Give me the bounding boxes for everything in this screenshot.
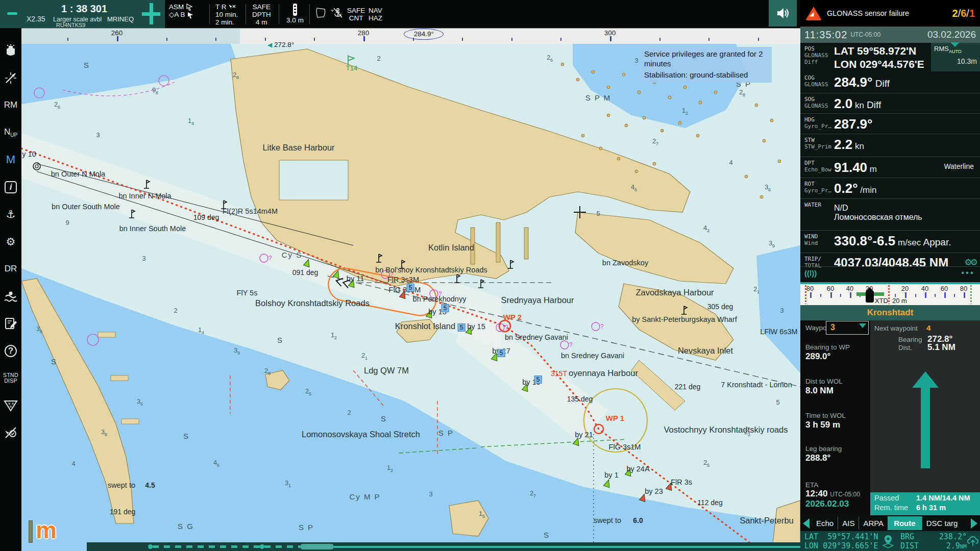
sidebar-anchor[interactable]: ⚓	[2, 206, 19, 222]
row-value: 2.0 kn Diff	[834, 93, 881, 113]
rms-accuracy-box[interactable]: RMSAUTO 10.3m	[931, 43, 980, 71]
nav-row-hdg[interactable]: HDGGyro_Pr…287.9°	[800, 113, 980, 134]
safe-depth-label2: DPTH	[252, 11, 271, 18]
area-shape-control[interactable]	[314, 0, 343, 28]
draft-control[interactable]: 3.0 m	[284, 0, 306, 28]
nav-row-cog[interactable]: COGGLONASS284.9° Diff	[800, 72, 980, 93]
slider-dot[interactable]	[260, 544, 264, 549]
waypoint-selector[interactable]: 3	[826, 321, 869, 335]
sidebar-bearing-tool[interactable]	[2, 70, 19, 86]
row-qualifier: Waterline	[944, 162, 974, 170]
buoy-symbol	[666, 482, 674, 491]
tab-echo[interactable]: Echo	[812, 517, 838, 530]
xtd-limit-red	[888, 285, 890, 304]
sidebar-help[interactable]: ?	[2, 343, 19, 359]
tabs-scroll-left[interactable]	[803, 518, 810, 529]
time-value: 11:35:02	[804, 29, 847, 41]
nav-hazard-control[interactable]: NAV HAZ	[369, 0, 382, 28]
zoom-in-button[interactable]	[142, 2, 160, 26]
nav-row-rot[interactable]: ROTGyro_Pr…0.2° /min	[800, 178, 980, 198]
nav-row-dpt[interactable]: DPTEcho_Bow91.40 mWaterline	[800, 157, 980, 178]
sidebar-info[interactable]: i	[2, 179, 19, 195]
anchor-watch-icon	[330, 6, 343, 19]
info-panel: ◢ GLONASS sensor failure 2/6/1 11:35:02 …	[800, 0, 980, 551]
cloud-upload-icon[interactable]	[967, 535, 979, 547]
ribbon-tick	[659, 38, 660, 41]
asm-label: ASM	[169, 3, 184, 11]
bearing-label: Bearing	[898, 336, 922, 343]
tab-ais[interactable]: AIS	[838, 517, 859, 530]
xtd-scale[interactable]: 8060402020406080XTD20 m	[800, 284, 980, 305]
unknown-target-symbol: ?	[560, 341, 573, 349]
row-label: COGGLONASS	[800, 72, 834, 93]
asm-control[interactable]: ASM ◇A B	[169, 0, 194, 28]
sidebar-settings[interactable]: ⚙	[2, 234, 19, 250]
sidebar-own-ship[interactable]	[2, 42, 19, 59]
buoy-symbol	[603, 479, 611, 488]
nav-row-water[interactable]: WATERN/DЛомоносовская отмель	[800, 198, 980, 230]
slider-dash	[153, 545, 260, 548]
safe-depth-control[interactable]: SAFE DPTH 4 m	[252, 0, 271, 28]
wp-item-value: 289.0°	[805, 352, 830, 362]
asm-ab-label: ◇A B	[169, 11, 185, 18]
audio-mute-button[interactable]	[769, 0, 797, 27]
ribbon-label: 280	[358, 29, 370, 37]
sidebar-standard-display[interactable]: STNDDISP	[2, 370, 19, 386]
tabs-scroll-right[interactable]	[971, 518, 977, 529]
xtd-tick-label: 80	[960, 285, 967, 292]
sidebar-north-up[interactable]: NUP	[2, 124, 19, 141]
mooring-buoy-dot	[699, 101, 702, 104]
pos-label: POS GLONASS Diff	[800, 43, 834, 72]
tab-arpa[interactable]: ARPA	[859, 517, 888, 530]
ribbon-tick	[215, 38, 216, 41]
sidebar-dead-reckoning[interactable]: DR	[2, 261, 19, 277]
zoom-out-button[interactable]	[7, 12, 17, 15]
unknown-target-symbol: ?	[592, 322, 604, 331]
sensor-status-row[interactable]: ((ǀ)) •••	[800, 266, 980, 282]
xtd-tick-label: 40	[921, 285, 928, 292]
draft-gauge-icon	[292, 3, 298, 16]
chart-timeline-slider[interactable]	[87, 542, 800, 551]
slider-handle[interactable]	[300, 544, 334, 549]
sidebar-relative-motion[interactable]: RM	[2, 97, 19, 113]
row-value: 0.2° /min	[834, 178, 876, 198]
tab-route[interactable]: Route	[888, 516, 922, 530]
sidebar-mode-m[interactable]: M	[2, 152, 19, 168]
sidebar-man-overboard[interactable]	[2, 288, 19, 305]
alarm-text: GLONASS sensor failure	[827, 9, 952, 17]
safe-contour-control[interactable]: SAFE CNT	[347, 0, 365, 28]
sidebar-ice-chart[interactable]: ✳✳✳	[2, 397, 19, 414]
alarm-bar[interactable]: ◢ GLONASS sensor failure 2/6/1	[800, 0, 980, 27]
nav-row-wind[interactable]: WINDWind330.8°-6.5 m/sec Appar.	[800, 230, 980, 253]
nav-row-pos[interactable]: POS GLONASS Diff LAT 59°58.972'N LON 029…	[800, 43, 980, 72]
safe-depth-label1: SAFE	[252, 3, 271, 11]
mooring-buoy-dot	[635, 170, 638, 173]
svg-text:✳: ✳	[9, 405, 13, 409]
dist-label: Dist.	[898, 344, 912, 352]
mooring-buoy-dot	[683, 86, 687, 89]
trip-settings-icon[interactable]: ⚙⚙	[965, 257, 976, 267]
sidebar-log-notes[interactable]	[2, 315, 19, 332]
more-options-icon[interactable]: •••	[961, 268, 975, 278]
svg-text:?: ?	[390, 271, 394, 278]
ribbon-tick	[67, 38, 68, 41]
left-toolbar: RMNUPMi⚓⚙DR?STNDDISP✳✳✳	[0, 28, 21, 551]
chart-area[interactable]: ?????? Litke Base Harbourbn Outer N Mola…	[21, 44, 800, 551]
sidebar-declutter[interactable]	[2, 424, 19, 441]
xtd-value: 20 m	[892, 297, 907, 305]
top-toolbar: X2.35 1 : 38 301 Larger scale avbl MRINE…	[0, 0, 800, 28]
nav-row-sog[interactable]: SOGGLONASS2.0 kn Diff	[800, 93, 980, 113]
slider-dot[interactable]	[148, 544, 153, 549]
anten​na-icon: ((ǀ))	[804, 269, 817, 278]
ribbon-label: 260	[111, 29, 123, 37]
cursor-lat: 59°57.441'N	[827, 532, 878, 541]
ribbon-label: 300	[604, 29, 616, 37]
tab-dsc-targ[interactable]: DSC targ	[922, 517, 962, 530]
alarm-counts[interactable]: 2/6/1	[952, 8, 975, 19]
nav-row-stw[interactable]: STWSTW_Prim2.2 kn	[800, 134, 980, 157]
heading-ribbon[interactable]: 260280300284.9°◀ 272.8°	[21, 28, 800, 44]
timezone: UTC-05:00	[850, 31, 880, 38]
trial-maneuver-control[interactable]: T R 10 min. 2 min.	[215, 0, 238, 28]
route-name-header[interactable]: Kronshtadt	[800, 305, 980, 320]
ribbon-tick	[462, 38, 463, 41]
